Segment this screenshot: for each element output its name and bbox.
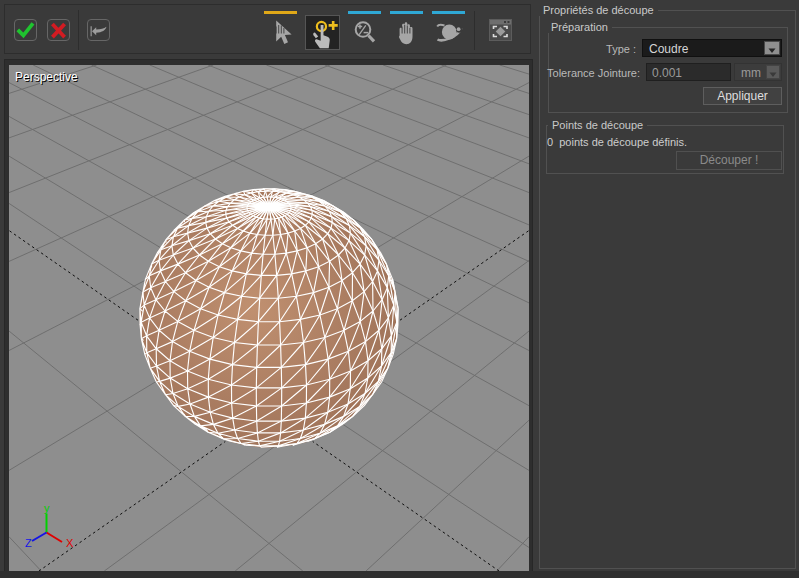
svg-text:X: X xyxy=(66,537,74,549)
svg-text:y: y xyxy=(44,502,50,514)
svg-text:Z: Z xyxy=(25,537,32,549)
svg-text:Perspective: Perspective xyxy=(15,70,78,84)
